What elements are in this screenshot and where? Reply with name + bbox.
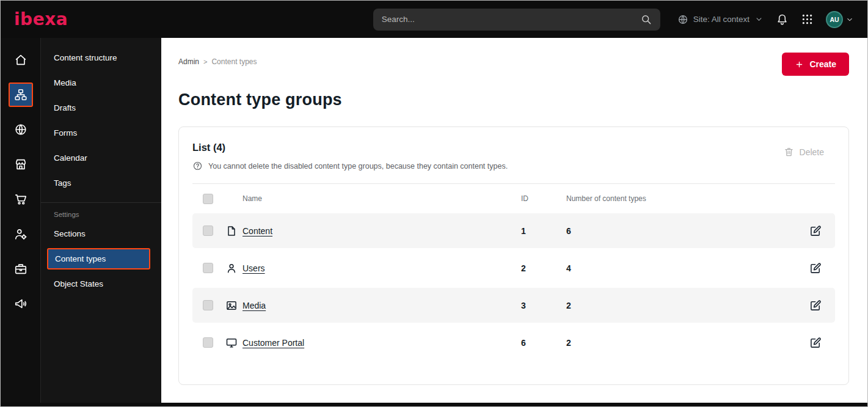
main-header: Admin > Content types Create <box>178 53 849 76</box>
topbar-right-cluster: Site: All context AU <box>677 11 854 28</box>
sidebar-item-content-types[interactable]: Content types <box>47 248 150 270</box>
group-link-content[interactable]: Content <box>243 226 272 236</box>
avatar[interactable]: AU <box>826 11 843 28</box>
sidebar-item-sections[interactable]: Sections <box>41 221 161 246</box>
row-checkbox[interactable] <box>203 337 213 348</box>
cart-icon[interactable] <box>9 187 33 211</box>
search-input[interactable] <box>382 15 640 24</box>
info-row: You cannot delete the disabled content t… <box>192 161 508 171</box>
table-row: Media 3 2 <box>192 288 835 323</box>
user-menu[interactable]: AU <box>826 11 854 28</box>
sidebar-settings-label: Settings <box>41 203 161 221</box>
sidebar-item-tags[interactable]: Tags <box>41 170 161 196</box>
bottom-edge <box>1 403 867 406</box>
group-link-users[interactable]: Users <box>243 263 265 273</box>
site-context-label: Site: All context <box>693 15 749 24</box>
table-row: Content 1 6 <box>192 213 835 248</box>
content-structure-icon[interactable] <box>9 82 33 107</box>
site-context-selector[interactable]: Site: All context <box>677 14 764 25</box>
notifications-bell-icon[interactable] <box>776 13 789 26</box>
icon-rail <box>1 38 40 403</box>
row-count: 2 <box>566 301 803 310</box>
sidebar-item-drafts[interactable]: Drafts <box>41 95 161 120</box>
media-image-icon <box>225 299 238 312</box>
table-row: Customer Portal 6 2 <box>192 325 835 360</box>
info-text: You cannot delete the disabled content t… <box>208 162 508 170</box>
help-question-icon <box>192 161 203 171</box>
create-button[interactable]: Create <box>782 53 849 76</box>
list-heading: List (4) <box>192 142 508 153</box>
catalog-toolbox-icon[interactable] <box>9 257 33 281</box>
row-id: 2 <box>521 263 566 273</box>
sidebar-item-calendar[interactable]: Calendar <box>41 145 161 170</box>
edit-icon[interactable] <box>809 337 822 349</box>
breadcrumb-admin[interactable]: Admin <box>178 57 199 66</box>
column-header-name: Name <box>243 194 521 203</box>
site-globe-icon[interactable] <box>9 117 33 142</box>
app-grid-icon[interactable] <box>801 13 814 26</box>
row-checkbox[interactable] <box>203 300 213 310</box>
topbar: ibexa Site: All context <box>1 1 867 38</box>
row-count: 2 <box>566 338 803 348</box>
sidebar-item-media[interactable]: Media <box>41 70 161 95</box>
home-icon[interactable] <box>9 48 33 72</box>
globe-icon <box>677 14 688 25</box>
sidebar-item-content-structure[interactable]: Content structure <box>41 45 161 70</box>
select-all-checkbox[interactable] <box>203 194 213 204</box>
global-search[interactable] <box>373 9 660 31</box>
card-header: List (4) You cannot delete the disabled … <box>192 142 835 171</box>
row-count: 6 <box>566 226 803 236</box>
table-row: Users 2 4 <box>192 251 835 285</box>
customers-icon[interactable] <box>9 222 33 246</box>
sidebar-item-forms[interactable]: Forms <box>41 120 161 145</box>
plus-icon <box>795 60 804 69</box>
user-icon <box>225 262 238 274</box>
sidebar: Content structure Media Drafts Forms Cal… <box>40 38 161 403</box>
chevron-down-icon <box>845 15 854 24</box>
sidebar-item-object-states[interactable]: Object States <box>41 271 161 296</box>
delete-button-label: Delete <box>800 147 824 157</box>
trash-icon <box>784 147 794 157</box>
create-button-label: Create <box>809 59 836 69</box>
group-link-customer-portal[interactable]: Customer Portal <box>243 338 304 348</box>
row-checkbox[interactable] <box>203 226 213 236</box>
row-checkbox[interactable] <box>203 263 213 273</box>
monitor-icon <box>225 337 238 349</box>
store-icon[interactable] <box>9 152 33 177</box>
delete-button[interactable]: Delete <box>784 147 824 157</box>
content-file-icon <box>225 225 238 237</box>
breadcrumb-current: Content types <box>211 57 257 66</box>
breadcrumb: Admin > Content types <box>178 57 257 66</box>
column-header-count: Number of content types <box>566 194 803 203</box>
edit-icon[interactable] <box>809 262 822 274</box>
page-title: Content type groups <box>178 90 849 109</box>
row-count: 4 <box>566 263 803 273</box>
edit-icon[interactable] <box>809 225 822 237</box>
app-body: Content structure Media Drafts Forms Cal… <box>1 38 867 403</box>
chevron-down-icon <box>754 15 764 24</box>
breadcrumb-separator: > <box>203 58 207 65</box>
search-icon[interactable] <box>640 13 652 25</box>
content-type-groups-card: List (4) You cannot delete the disabled … <box>178 127 849 385</box>
row-id: 1 <box>521 226 566 236</box>
card-header-left: List (4) You cannot delete the disabled … <box>192 142 508 171</box>
column-header-id: ID <box>521 194 566 203</box>
row-id: 6 <box>521 338 566 348</box>
group-link-media[interactable]: Media <box>243 301 266 310</box>
marketing-megaphone-icon[interactable] <box>9 292 33 316</box>
edit-icon[interactable] <box>809 299 822 312</box>
app-window: ibexa Site: All context <box>0 0 868 407</box>
ibexa-logo[interactable]: ibexa <box>14 11 68 28</box>
row-id: 3 <box>521 301 566 310</box>
main-content: Admin > Content types Create Content typ… <box>161 38 867 403</box>
table-header: Name ID Number of content types <box>192 184 835 213</box>
